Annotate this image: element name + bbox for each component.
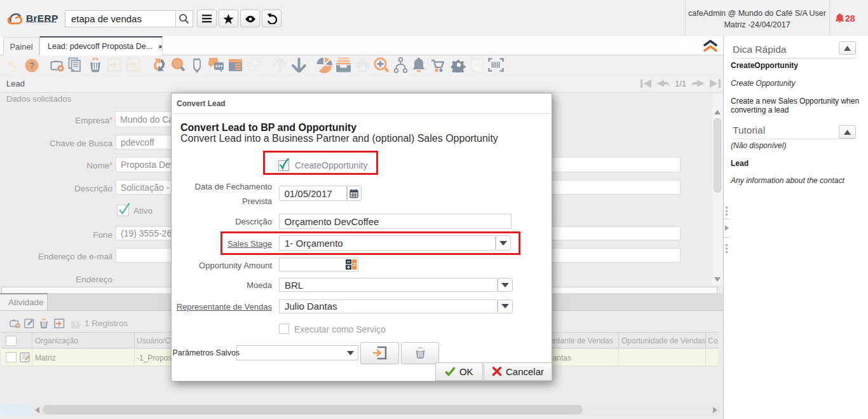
svg-text:?: ? <box>29 60 35 71</box>
svg-text:1/1: 1/1 <box>675 79 686 88</box>
